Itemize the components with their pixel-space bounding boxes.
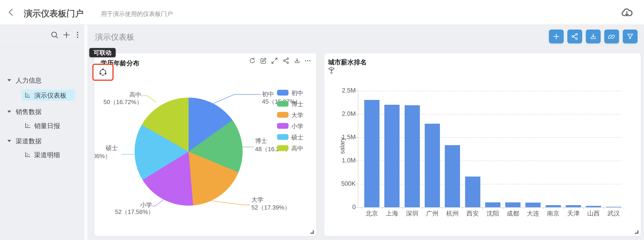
- y-tick-label: 2.5M: [328, 87, 356, 94]
- tree-group-渠道数据[interactable]: 渠道数据: [0, 136, 84, 146]
- filter-button[interactable]: [623, 30, 638, 44]
- bar-成都[interactable]: [505, 202, 520, 207]
- y-tick: [356, 114, 358, 114]
- edit-icon[interactable]: [260, 57, 268, 65]
- pie-label-value-小学: 52（17.56%）: [115, 208, 154, 216]
- x-tick: [362, 207, 362, 209]
- download-button[interactable]: [586, 30, 600, 44]
- legend-label: 博士: [291, 100, 303, 108]
- back-chevron-icon[interactable]: [6, 8, 16, 17]
- y-tick-label: 0: [328, 204, 356, 211]
- tree-item-销量日报[interactable]: 销量日报: [0, 120, 84, 131]
- portal-title: 演示仪表板门户: [24, 8, 84, 20]
- tree-item-渠道明细[interactable]: 渠道明细: [0, 150, 84, 160]
- caret-down-icon[interactable]: [8, 140, 11, 142]
- legend-swatch: [277, 112, 288, 118]
- pie-label-name-大学: 大学: [251, 196, 263, 204]
- bar-山西[interactable]: [586, 206, 601, 207]
- legend-swatch: [277, 145, 288, 151]
- pie-label-name-高中: 高中: [129, 91, 141, 99]
- bar-chart-card: 城市薪水排名 salary 2.5M2.0M1.5M1.0M500K0北京上海深…: [324, 53, 641, 236]
- x-tick: [624, 207, 624, 209]
- x-tick: [382, 207, 382, 209]
- pie-chart-card: 学历年龄分布 初中45（15.07%）博士48（16.2%）大学52（17.39…: [94, 53, 316, 236]
- cloud-download-icon[interactable]: [620, 6, 634, 19]
- bar-杭州[interactable]: [445, 145, 460, 207]
- pie-label-name-硕士: 硕士: [106, 144, 118, 152]
- bar-天津[interactable]: [566, 205, 581, 207]
- tree-item-label: 演示仪表板: [34, 91, 66, 100]
- pie-label-value-高中: 50（16.72%）: [104, 98, 142, 106]
- bar-深圳[interactable]: [405, 105, 420, 207]
- y-tick: [356, 207, 358, 208]
- x-tick: [523, 207, 524, 209]
- dashboard-chart-icon: [25, 152, 31, 158]
- tree-group-label: 销售数据: [16, 108, 42, 116]
- linkage-icon: [98, 68, 108, 77]
- linkage-highlight-box[interactable]: [92, 64, 114, 81]
- y-tick-label: 2.0M: [328, 110, 356, 118]
- tree-item-演示仪表板[interactable]: 演示仪表板: [0, 90, 84, 100]
- bar-南京[interactable]: [546, 205, 561, 207]
- caret-down-icon[interactable]: [8, 110, 11, 113]
- x-tick: [604, 207, 604, 209]
- legend-label: 初中: [291, 89, 303, 97]
- portal-subtitle: 用于演示使用的仪表板门户: [101, 10, 173, 18]
- bar-上海[interactable]: [384, 105, 400, 207]
- tree-item-label: 销量日报: [34, 122, 60, 130]
- more-icon[interactable]: [74, 31, 83, 40]
- dashboard-tree: 人力信息演示仪表板销售数据销量日报渠道数据渠道明细: [0, 47, 84, 240]
- bar-北京[interactable]: [364, 100, 380, 207]
- y-tick: [356, 160, 358, 161]
- y-tick-label: 1.5M: [328, 134, 356, 141]
- sidebar: 人力信息演示仪表板销售数据销量日报渠道数据渠道明细: [0, 25, 84, 240]
- expand-icon[interactable]: [271, 57, 278, 65]
- tree-group-销售数据[interactable]: 销售数据: [0, 106, 84, 117]
- pie-label-name-初中: 初中: [262, 90, 274, 98]
- bar-武汉[interactable]: [606, 207, 622, 207]
- bar-广州[interactable]: [425, 124, 440, 207]
- x-tick-label: 武汉: [600, 209, 628, 218]
- legend-label: 高中: [291, 144, 303, 152]
- y-tick: [356, 90, 358, 91]
- download-icon[interactable]: [294, 57, 301, 65]
- add-button[interactable]: [549, 30, 564, 44]
- pie-label-name-博士: 博士: [255, 137, 267, 145]
- bar-chart: salary 2.5M2.0M1.5M1.0M500K0北京上海深圳广州杭州西安…: [324, 53, 641, 236]
- refresh-icon[interactable]: [248, 57, 256, 65]
- bar-西安[interactable]: [465, 176, 480, 207]
- card-resize-handle[interactable]: [310, 230, 314, 234]
- app-root: 演示仪表板门户 用于演示使用的仪表板门户 人力信息演示仪表板销售数据销量日报渠道…: [0, 0, 644, 240]
- legend-swatch: [277, 134, 288, 140]
- legend-swatch: [277, 90, 288, 96]
- x-tick: [462, 207, 463, 209]
- sidebar-divider: [84, 25, 88, 240]
- pie-chart[interactable]: [134, 98, 242, 206]
- more-h-icon[interactable]: [304, 57, 312, 65]
- share-icon[interactable]: [282, 57, 290, 65]
- y-axis-line: [358, 90, 358, 207]
- card-resize-handle[interactable]: [635, 230, 638, 234]
- y-tick-label: 500K: [328, 180, 356, 188]
- pie-label-value-大学: 52（17.39%）: [251, 204, 290, 212]
- dashboard-title: 演示仪表板: [95, 32, 134, 42]
- x-tick: [422, 207, 423, 209]
- y-tick: [356, 184, 358, 184]
- dashboard-chart-icon: [25, 122, 31, 128]
- add-icon[interactable]: [62, 31, 72, 40]
- gridline: [358, 91, 622, 91]
- legend-label: 小学: [291, 122, 303, 130]
- link-button[interactable]: [604, 30, 619, 44]
- x-tick: [563, 207, 564, 209]
- share-button[interactable]: [567, 30, 582, 44]
- tree-group-人力信息[interactable]: 人力信息: [0, 75, 84, 86]
- sidebar-toolbar: [0, 25, 84, 46]
- linkage-tooltip: 可联动: [89, 48, 116, 57]
- x-tick: [543, 207, 544, 209]
- legend-label: 硕士: [291, 134, 303, 142]
- caret-down-icon[interactable]: [8, 79, 11, 82]
- search-icon[interactable]: [50, 31, 60, 40]
- bar-大连[interactable]: [525, 202, 540, 207]
- bar-沈阳[interactable]: [485, 202, 500, 207]
- tree-group-label: 人力信息: [16, 76, 42, 85]
